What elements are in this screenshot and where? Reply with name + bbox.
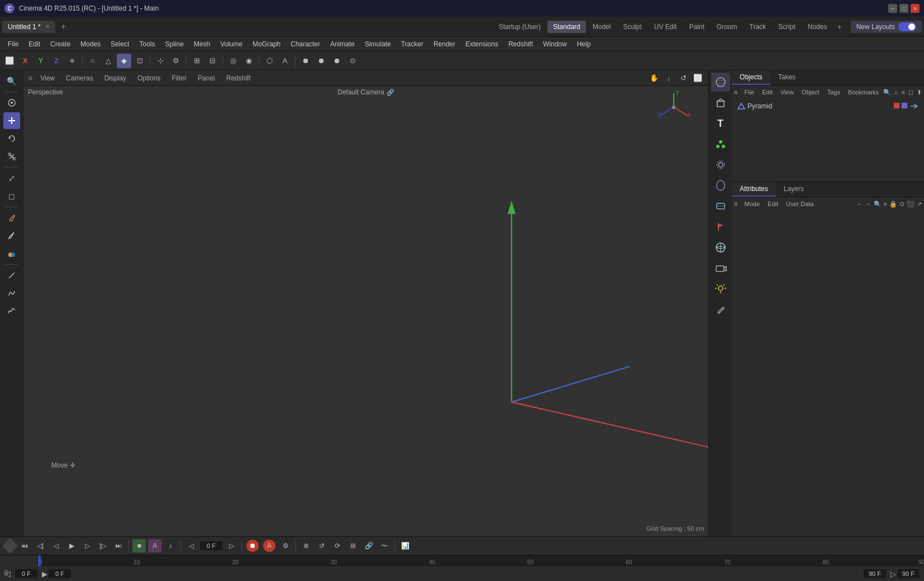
layout-tab-uv-edit[interactable]: UV Edit [649, 21, 683, 33]
viewport[interactable]: Perspective Default Camera 🔗 [23, 86, 708, 536]
attr-lock-icon[interactable]: 🔒 [889, 201, 897, 208]
attr-search-icon[interactable]: 🔍 [874, 201, 882, 208]
menu-character[interactable]: Character [286, 39, 325, 49]
tab-untitled[interactable]: Untitled 1 * ✕ [2, 21, 55, 33]
globe-icon[interactable] [711, 238, 730, 257]
viewport-hand-icon[interactable]: ✋ [648, 72, 660, 84]
attr-circle-icon[interactable]: ⊙ [899, 201, 904, 208]
texture-tool[interactable]: ⊡ [132, 54, 147, 68]
box-select-tool[interactable]: ⬜ [2, 54, 17, 68]
key-mode-button[interactable]: A [148, 539, 161, 553]
focus-tool[interactable]: ◎ [226, 54, 240, 68]
menu-volume[interactable]: Volume [216, 39, 247, 49]
snap-tool[interactable]: ⚙ [169, 54, 183, 68]
record-button[interactable] [246, 540, 259, 552]
tab-close-icon[interactable]: ✕ [45, 23, 50, 30]
attr-filter-icon[interactable]: ≡ [884, 201, 887, 208]
footer-frame-start[interactable]: 0 F [15, 569, 37, 578]
layout-tab-nodes[interactable]: Nodes [802, 21, 833, 33]
viewport-menu-cameras[interactable]: Cameras [63, 73, 97, 83]
transport-next-frame[interactable]: ▷ [80, 539, 94, 553]
object-tool[interactable]: ◻ [3, 188, 20, 204]
layout-tab-script[interactable]: Script [773, 21, 801, 33]
maximize-button[interactable]: □ [899, 4, 908, 13]
menu-mograph[interactable]: MoGraph [248, 39, 285, 49]
deformer-icon[interactable] [711, 176, 730, 195]
model-tool[interactable]: ◈ [117, 54, 131, 68]
attr-back-icon[interactable]: ← [857, 201, 863, 208]
world-axis-button[interactable]: ⊕ [65, 54, 79, 68]
light-icon[interactable] [711, 279, 730, 298]
layout-tab-model[interactable]: Model [587, 21, 617, 33]
move-tool[interactable] [3, 112, 20, 129]
attr-edit[interactable]: Edit [764, 199, 782, 208]
menu-select[interactable]: Select [106, 39, 134, 49]
move-tool[interactable]: ⊹ [153, 54, 168, 68]
axis-x-button[interactable]: X [18, 54, 32, 68]
attr-expand-icon[interactable]: ⬛ [907, 201, 915, 208]
rotate-tool[interactable] [3, 130, 20, 147]
menu-tracker[interactable]: Tracker [397, 39, 428, 49]
text-icon[interactable]: T [711, 114, 730, 133]
mograph-icon[interactable] [711, 135, 730, 154]
axis-y-button[interactable]: Y [34, 54, 48, 68]
transport-end[interactable]: ⏭ [112, 539, 125, 553]
objects-expand-icon[interactable]: ⬆ [917, 89, 922, 96]
color-tool[interactable] [3, 245, 20, 262]
tl-footer-play[interactable]: ▶ [42, 570, 47, 578]
camera-tool[interactable]: ◉ [241, 54, 256, 68]
transport-prev-key[interactable]: ◁| [34, 539, 47, 553]
autokey-tool[interactable]: ⊙ [345, 54, 360, 68]
objects-grid-icon[interactable]: ◻ [908, 89, 913, 96]
viewport-menu-filter[interactable]: Filter [168, 73, 190, 83]
menu-file[interactable]: File [3, 39, 23, 49]
poly-pen-tool[interactable]: ○ [85, 54, 100, 68]
settings-button[interactable]: ⚙ [279, 539, 292, 553]
objects-tags[interactable]: Tags [824, 88, 844, 97]
objects-hamburger[interactable]: ≡ [734, 89, 737, 96]
tab-objects[interactable]: Objects [732, 70, 770, 85]
link-button[interactable]: 🔗 [362, 539, 375, 553]
tab-layers[interactable]: Layers [776, 182, 812, 197]
viewport-refresh-icon[interactable]: ↺ [677, 72, 689, 84]
cube-icon[interactable] [711, 93, 730, 112]
tl-footer-next[interactable]: ▷ [890, 570, 896, 578]
transport-play[interactable]: ▶ [65, 539, 78, 553]
selection-tool[interactable] [3, 94, 20, 111]
viewport-menu-redshift[interactable]: Redshift [223, 73, 254, 83]
menu-mesh[interactable]: Mesh [189, 39, 215, 49]
brush-tool[interactable] [3, 209, 20, 226]
grid-tool[interactable]: ⊞ [189, 54, 204, 68]
new-layouts-toggle[interactable] [898, 22, 916, 31]
menu-simulate[interactable]: Simulate [360, 39, 396, 49]
menu-animate[interactable]: Animate [326, 39, 359, 49]
hamburger-icon[interactable]: ≡ [28, 74, 32, 83]
attr-hamburger[interactable]: ≡ [734, 201, 737, 207]
attr-new-icon[interactable]: ↗ [917, 201, 922, 208]
layout-tab-sculpt[interactable]: Sculpt [617, 21, 647, 33]
audio-button[interactable]: ♪ [164, 539, 177, 553]
snap-button[interactable]: ⊕ [299, 539, 313, 553]
auto-record-button[interactable]: A [263, 540, 275, 552]
line-tool[interactable] [3, 267, 20, 284]
viewport-menu-options[interactable]: Options [134, 73, 164, 83]
paint-tool[interactable] [3, 227, 20, 244]
flag-icon[interactable] [711, 217, 730, 236]
minimize-button[interactable]: ─ [888, 4, 897, 13]
search-tool[interactable]: 🔍 [3, 73, 20, 89]
viewport-menu-display[interactable]: Display [101, 73, 130, 83]
twist-tool[interactable]: A [278, 54, 292, 68]
scale-tool[interactable] [3, 148, 20, 165]
layout-tab-standard[interactable]: Standard [547, 21, 586, 33]
viewport-menu-panel[interactable]: Panel [194, 73, 218, 83]
objects-bookmarks[interactable]: Bookmarks [845, 88, 882, 97]
align-tool[interactable]: ⊟ [205, 54, 220, 68]
menu-create[interactable]: Create [46, 39, 75, 49]
new-layouts-button[interactable]: New Layouts [851, 21, 922, 33]
ruler-marks[interactable]: 0 10 20 30 40 50 60 70 80 90 [38, 555, 924, 566]
auto-key-button[interactable]: ■ [132, 539, 146, 553]
spline-tool[interactable] [3, 285, 20, 302]
close-button[interactable]: ✕ [911, 4, 920, 13]
object-pyramid[interactable]: Pyramid [734, 101, 922, 111]
tab-attributes[interactable]: Attributes [732, 182, 776, 197]
